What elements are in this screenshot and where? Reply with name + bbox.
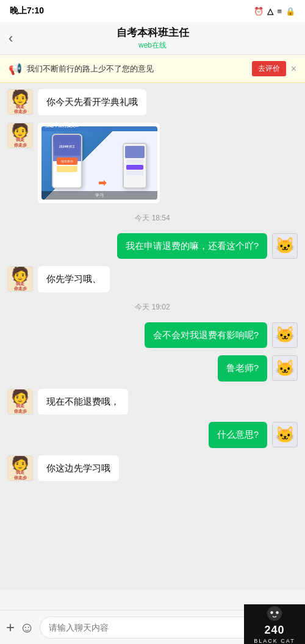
message-bubble: 会不会对我退费有影响呢? bbox=[145, 322, 267, 349]
message-row: 🧑 我走你走步 你先学习哦、 bbox=[7, 266, 298, 292]
watermark-number: 240 bbox=[264, 624, 284, 637]
avatar: 🐱 bbox=[272, 233, 298, 259]
teacher-avatar-face: 🧑 bbox=[11, 90, 29, 104]
message-row: 🐱 什么意思? bbox=[7, 422, 298, 448]
student-avatar-icon: 🐱 bbox=[275, 325, 295, 344]
message-bubble: 什么意思? bbox=[209, 422, 267, 448]
teacher-avatar-text: 我走你走步 bbox=[14, 104, 27, 115]
avatar: 🧑 我走你走步 bbox=[7, 123, 33, 148]
avatar: 🧑 我走你走步 bbox=[7, 266, 33, 292]
svg-point-4 bbox=[276, 611, 279, 614]
signal-icon: △ bbox=[267, 7, 273, 16]
teacher-avatar-face: 🧑 bbox=[11, 389, 29, 403]
timestamp: 今天 19:02 bbox=[7, 302, 298, 313]
message-row: 🧑 我走你走步 你今天先看开学典礼哦 bbox=[7, 89, 298, 115]
teacher-avatar-face: 🧑 bbox=[11, 455, 29, 470]
rate-button[interactable]: 去评价 bbox=[252, 61, 286, 76]
teacher-avatar-face: 🧑 bbox=[11, 123, 29, 137]
message-bubble: 你这边先学习哦 bbox=[38, 455, 119, 482]
chat-area: 🧑 我走你走步 你今天先看开学典礼哦 🧑 我走你走步 如何观看开学典礼 直播课程… bbox=[0, 83, 305, 590]
avatar: 🧑 我走你走步 bbox=[7, 89, 33, 115]
chat-header: ‹ 自考本科班主任 web在线 bbox=[0, 22, 305, 55]
timestamp: 今天 18:54 bbox=[7, 213, 298, 223]
message-bubble: 你先学习哦、 bbox=[38, 266, 110, 292]
plus-button[interactable]: + bbox=[6, 619, 15, 636]
lock-icon: 🔒 bbox=[285, 7, 295, 16]
chat-title: 自考本科班主任 bbox=[117, 26, 189, 40]
banner-left: 📢 我们不断前行的路上少不了您的意见 bbox=[9, 62, 252, 76]
cat-logo-icon bbox=[265, 604, 284, 623]
notification-banner: 📢 我们不断前行的路上少不了您的意见 去评价 × bbox=[0, 55, 305, 83]
avatar: 🧑 我走你走步 bbox=[7, 389, 33, 414]
status-time: 晚上7:10 bbox=[10, 5, 44, 16]
image-label: 学习 bbox=[41, 191, 157, 200]
avatar: 🐱 bbox=[272, 422, 298, 447]
student-avatar-icon: 🐱 bbox=[275, 425, 295, 444]
course-image: 如何观看开学典礼 直播课程？请注意：分享后手机会同步推送，百万抽奖... 202… bbox=[41, 126, 157, 200]
message-row: 🐱 会不会对我退费有影响呢? bbox=[7, 322, 298, 349]
message-bubble: 你今天先看开学典礼哦 bbox=[38, 89, 146, 115]
banner-text: 我们不断前行的路上少不了您的意见 bbox=[27, 63, 252, 74]
message-row: 🧑 我走你走步 如何观看开学典礼 直播课程？请注意：分享后手机会同步推送，百万抽… bbox=[7, 123, 298, 203]
teacher-avatar-text: 我走你走步 bbox=[14, 281, 27, 292]
message-bubble: 鲁老师? bbox=[218, 355, 267, 382]
message-row: 🧑 我走你走步 现在不能退费哦， bbox=[7, 389, 298, 415]
back-button[interactable]: ‹ bbox=[9, 31, 13, 46]
phone-left: 2024年开工 报名参加 bbox=[52, 134, 82, 189]
watermark-brand: BLACK CAT bbox=[254, 638, 295, 644]
message-row: 🐱 我在申请退费的嘛，还看这个吖? bbox=[7, 233, 298, 259]
teacher-avatar-face: 🧑 bbox=[11, 267, 29, 281]
student-avatar-icon: 🐱 bbox=[275, 359, 295, 378]
alarm-icon: ⏰ bbox=[254, 7, 264, 16]
image-bubble[interactable]: 如何观看开学典礼 直播课程？请注意：分享后手机会同步推送，百万抽奖... 202… bbox=[38, 123, 160, 203]
watermark: 240 BLACK CAT bbox=[244, 604, 305, 644]
status-icons: ⏰ △ ≡ 🔒 bbox=[254, 7, 295, 16]
student-avatar-icon: 🐱 bbox=[275, 236, 295, 255]
megaphone-icon: 📢 bbox=[9, 62, 22, 76]
teacher-avatar-text: 我走你走步 bbox=[14, 470, 27, 480]
message-bubble: 现在不能退费哦， bbox=[38, 389, 128, 415]
emoji-button[interactable]: ☺ bbox=[20, 619, 35, 636]
svg-point-3 bbox=[270, 611, 273, 614]
teacher-avatar-text: 我走你走步 bbox=[14, 137, 27, 148]
header-title-block: 自考本科班主任 web在线 bbox=[117, 26, 189, 51]
teacher-avatar-text: 我走你走步 bbox=[14, 403, 27, 414]
message-bubble: 我在申请退费的嘛，还看这个吖? bbox=[117, 233, 267, 259]
message-row: 🧑 我走你走步 你这边先学习哦 bbox=[7, 455, 298, 482]
avatar: 🐱 bbox=[272, 322, 298, 348]
message-row: 🐱 鲁老师? bbox=[7, 355, 298, 382]
chat-status: web在线 bbox=[117, 40, 189, 51]
menu-icon: ≡ bbox=[277, 7, 282, 16]
avatar: 🐱 bbox=[272, 355, 298, 381]
status-bar: 晚上7:10 ⏰ △ ≡ 🔒 bbox=[0, 0, 305, 22]
avatar: 🧑 我走你走步 bbox=[7, 455, 33, 481]
phone-right bbox=[123, 143, 147, 189]
banner-close-button[interactable]: × bbox=[291, 63, 296, 74]
